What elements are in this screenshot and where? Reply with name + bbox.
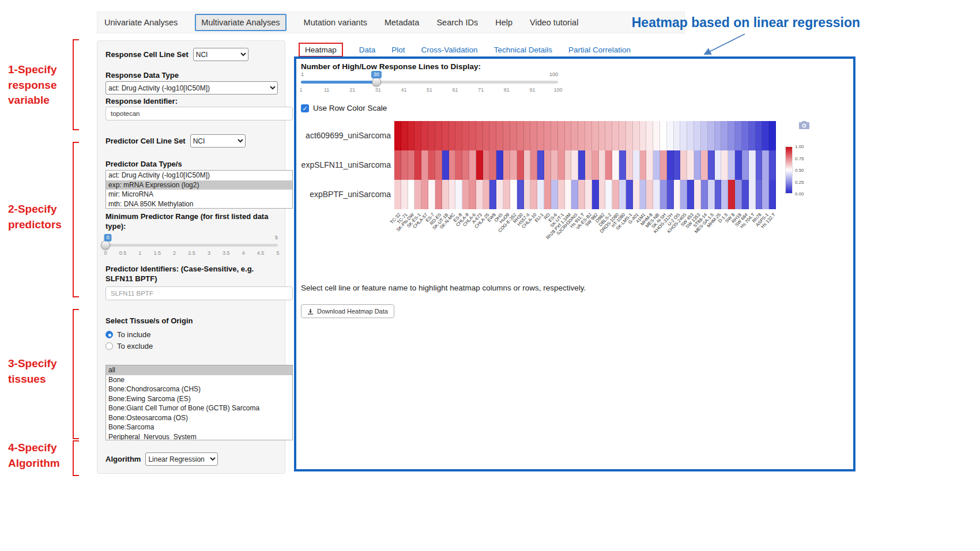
heatmap-row-label-act609699-unisarcoma[interactable]: act609699_uniSarcoma (296, 121, 391, 150)
heatmap-cell (762, 180, 769, 209)
heatmap-cell (667, 150, 674, 180)
slider-ticks: 1112131415161718191100 (301, 87, 558, 94)
list-option-all[interactable]: all (106, 365, 292, 375)
heatmap-cell (756, 121, 763, 150)
heatmap-cell (462, 150, 469, 180)
nav-tab-video-tutorial[interactable]: Video tutorial (530, 18, 578, 27)
nav-tab-mutation-variants[interactable]: Mutation variants (304, 18, 367, 27)
heatmap-cell (626, 180, 633, 209)
heatmap-cell (483, 150, 490, 180)
response-data-type-select[interactable]: act: Drug Activity (-log10[IC50M]) (105, 81, 278, 95)
heatmap-cell (421, 150, 428, 180)
heatmap-cell (701, 150, 708, 180)
heatmap-cell (394, 121, 401, 150)
heatmap-cell (565, 180, 572, 209)
heatmap-cell (565, 121, 572, 150)
annotation-title: Heatmap based on linear regression (600, 15, 860, 31)
list-option-exp-mrna-expression-log2[interactable]: exp: mRNA Expression (log2) (106, 180, 292, 190)
heatmap-cell (408, 180, 415, 209)
heatmap-cell (646, 121, 653, 150)
heatmap-cell (687, 180, 694, 209)
heatmap-cell (483, 180, 490, 209)
list-option-mth-dna-850k-methylation[interactable]: mth: DNA 850K Methylation (106, 199, 292, 209)
algorithm-select[interactable]: Linear Regression (145, 452, 218, 466)
heatmap-cell (605, 180, 612, 209)
heatmap-cell (721, 180, 728, 209)
nav-tab-metadata[interactable]: Metadata (385, 18, 419, 27)
heatmap-cell (612, 121, 619, 150)
heatmap-cell (694, 121, 701, 150)
radio-row-to-include: To include (105, 329, 278, 340)
heatmap-row-label-expslfn11-unisarcoma[interactable]: expSLFN11_uniSarcoma (296, 150, 391, 180)
heatmap-cell (592, 121, 599, 150)
heatmap-cell (640, 121, 647, 150)
tab-data[interactable]: Data (359, 46, 376, 54)
nav-tab-univariate-analyses[interactable]: Univariate Analyses (104, 18, 178, 27)
nav-tab-help[interactable]: Help (495, 18, 512, 27)
heatmap-cell (633, 150, 640, 180)
tab-technical-details[interactable]: Technical Details (494, 46, 552, 54)
response-lines-slider[interactable]: 1 100 30 1112131415161718191100 (301, 71, 558, 98)
heatmap-cell (510, 150, 517, 180)
heatmap-cell (428, 150, 435, 180)
heatmap-cell (524, 150, 531, 180)
camera-icon[interactable] (799, 121, 812, 131)
slider-handle[interactable] (372, 77, 381, 86)
heatmap-cell (674, 180, 681, 209)
slider-handle[interactable] (101, 240, 110, 250)
tab-heatmap[interactable]: Heatmap (299, 43, 343, 57)
radio-to-exclude[interactable] (105, 342, 113, 350)
list-option-peripheral-nervous-system[interactable]: Peripheral_Nervous_System (106, 432, 292, 441)
heatmap-cell (585, 150, 592, 180)
predictor-datatype-listbox[interactable]: act: Drug Activity (-log10[IC50M])exp: m… (105, 170, 293, 209)
heatmap-cell (558, 150, 565, 180)
heatmap-cell (503, 150, 510, 180)
heatmap-cell (469, 150, 476, 180)
nav-tab-search-ids[interactable]: Search IDs (436, 18, 478, 27)
heatmap-cell (551, 121, 558, 150)
heatmap-cell (674, 121, 681, 150)
tab-plot[interactable]: Plot (391, 46, 405, 54)
list-option-bone-ewing-sarcoma-es[interactable]: Bone:Ewing Sarcoma (ES) (106, 394, 292, 404)
heatmap-cell (571, 150, 578, 180)
slider-track[interactable] (105, 244, 278, 247)
predictor-cell-line-set-select[interactable]: NCI (190, 134, 246, 148)
heatmap-cell (524, 180, 531, 209)
heatmap-row-label-expbptf-unisarcoma[interactable]: expBPTF_uniSarcoma (296, 180, 391, 209)
heatmap-cell (578, 180, 585, 209)
heatmap-cell (599, 150, 606, 180)
list-option-bone-sarcoma[interactable]: Bone:Sarcoma (106, 422, 292, 432)
min-range-slider[interactable]: 5 0 00.511.522.533.544.55 (105, 235, 278, 260)
heatmap-cell (558, 121, 565, 150)
response-lines-slider-label: Number of High/Low Response Lines to Dis… (301, 62, 481, 71)
list-option-bone-osteosarcoma-os[interactable]: Bone:Osteosarcoma (OS) (106, 413, 292, 423)
response-identifier-input[interactable] (105, 107, 293, 120)
annotation-step-3: 3-Specify tissues (8, 356, 74, 387)
heatmap-cell (660, 150, 667, 180)
list-option-bone-giant-cell-tumor-of-bone-gctb-sarcoma[interactable]: Bone:Giant Cell Tumor of Bone (GCTB) Sar… (106, 403, 292, 413)
tab-partial-correlation[interactable]: Partial Correlation (568, 46, 631, 54)
heatmap-cell (496, 180, 503, 209)
tissue-listbox[interactable]: allBoneBone:Chondrosarcoma (CHS)Bone:Ewi… (105, 365, 293, 440)
heatmap-cell (715, 150, 722, 180)
nav-tab-multivariate-analyses[interactable]: Multivariate Analyses (195, 14, 286, 31)
heatmap-cell (769, 150, 776, 180)
heatmap-cell (762, 150, 769, 180)
list-option-bone[interactable]: Bone (106, 375, 292, 385)
list-option-mir-microrna[interactable]: mir: MicroRNA (106, 190, 292, 199)
list-option-bone-chondrosarcoma-chs[interactable]: Bone:Chondrosarcoma (CHS) (106, 384, 292, 394)
heatmap-cell (599, 180, 606, 209)
list-option-act-drug-activity-log10-ic50m[interactable]: act: Drug Activity (-log10[IC50M]) (106, 171, 292, 180)
predictor-identifiers-input[interactable] (105, 286, 293, 300)
predictor-identifiers-label: Predictor Identifiers: (Case-Sensitive, … (105, 265, 278, 284)
radio-to-include[interactable] (105, 331, 113, 338)
heatmap-cell (653, 150, 660, 180)
download-heatmap-button[interactable]: Download Heatmap Data (301, 304, 394, 318)
heatmap-cell (578, 150, 585, 180)
heatmap-colorbar-ticks: 1.000.750.500.250.00 (795, 146, 815, 194)
row-color-scale-checkbox[interactable]: ✓ (301, 104, 309, 112)
response-cell-line-set-select[interactable]: NCI (193, 48, 248, 61)
heatmap-cell (469, 121, 476, 150)
tab-cross-validation[interactable]: Cross-Validation (421, 46, 478, 54)
heatmap-cell (571, 180, 578, 209)
